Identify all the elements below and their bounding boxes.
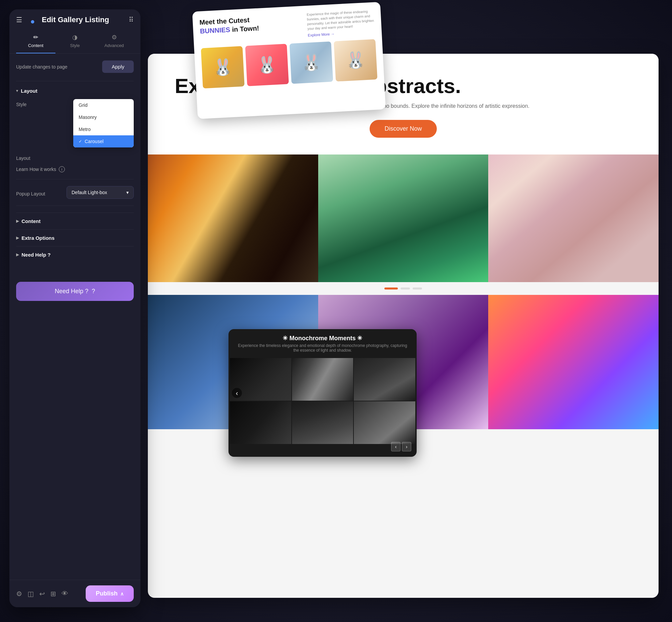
bunny-face-1: 🐰 [201, 46, 245, 88]
extra-options-header[interactable]: ▶ Extra Options [16, 235, 134, 241]
layout-arrow-icon: ▾ [16, 89, 18, 93]
style-field-row: Style Grid Masonry Metro ✓ Carousel [16, 99, 134, 147]
tab-advanced-label: Advanced [104, 43, 124, 48]
popup-layout-select[interactable]: Default Light-box ▾ [67, 186, 134, 199]
gallery-cell-6 [488, 295, 659, 429]
dropdown-option-masonry[interactable]: Masonry [73, 111, 134, 123]
sidebar-bottom-bar: ⚙ ◫ ↩ ⊞ 👁 Publish ∧ [9, 580, 140, 607]
abstract-art-warm [148, 154, 318, 282]
layout-icon[interactable]: ⊞ [51, 590, 56, 598]
history-icon[interactable]: ↩ [39, 590, 45, 598]
mono-cell-4 [230, 401, 291, 444]
explore-link[interactable]: Explore More → [308, 30, 375, 37]
tab-style-label: Style [70, 43, 80, 48]
content-section-header[interactable]: ▶ Content [16, 218, 134, 224]
settings-icon[interactable]: ⚙ [16, 590, 22, 598]
blue-dot-indicator [31, 20, 34, 24]
divider-3 [16, 206, 134, 206]
layers-icon[interactable]: ◫ [28, 590, 34, 598]
publish-button[interactable]: Publish ∧ [86, 585, 134, 602]
explore-label: Explore More → [308, 32, 335, 37]
style-field-label: Style [16, 99, 27, 107]
publish-chevron-icon: ∧ [120, 591, 124, 596]
learn-row: Learn How it works i [16, 166, 134, 172]
halfcircle-icon: ◑ [72, 34, 78, 41]
bunny-image-4: 🐰 [334, 39, 377, 81]
preview-icon[interactable]: 👁 [62, 590, 68, 597]
layout-section-title: Layout [21, 88, 37, 94]
discover-now-button[interactable]: Discover Now [370, 120, 436, 138]
mono-nav-left[interactable]: ‹ [232, 388, 242, 398]
pencil-icon: ✏ [33, 34, 38, 41]
bunny-title-part2: in Town! [232, 25, 259, 33]
bunny-title-part1: Meet the Cutest [199, 16, 250, 26]
content-arrow-icon: ▶ [16, 219, 19, 223]
bunny-face-4: 🐰 [334, 39, 377, 81]
pagination-dots [148, 282, 659, 295]
dropdown-option-metro[interactable]: Metro [73, 123, 134, 135]
layout-field-row: Layout [16, 153, 134, 161]
layout-section: ▾ Layout Style Grid Masonry Metro ✓ Caro… [16, 88, 134, 199]
extra-options-arrow-icon: ▶ [16, 236, 19, 240]
mono-cell-5 [292, 401, 354, 444]
tab-style[interactable]: ◑ Style [56, 30, 95, 54]
sidebar-title: Edit Gallery Listing [42, 15, 109, 24]
update-label: Update changes to page [16, 64, 68, 70]
mono-cell-3 [354, 358, 415, 401]
divider-2 [16, 179, 134, 179]
need-help-section: ▶ Need Help ? [16, 246, 134, 263]
layout-field-label: Layout [16, 153, 30, 161]
mono-grid [229, 358, 417, 445]
monochrome-card: ✳ Monochrome Moments ✳ Experience the ti… [229, 329, 417, 457]
popup-layout-label: Popup Layout [16, 188, 45, 197]
tab-advanced[interactable]: ⚙ Advanced [94, 30, 134, 54]
question-icon: ? [92, 288, 95, 295]
mono-next-button[interactable]: › [402, 442, 411, 451]
mono-title: ✳ Monochrome Moments ✳ [235, 335, 410, 342]
bunny-face-2: 🐰 [245, 44, 289, 86]
need-help-btn-label: Need Help ? [55, 288, 88, 295]
grid-dots-icon[interactable]: ⠿ [129, 16, 134, 24]
dropdown-option-grid[interactable]: Grid [73, 99, 134, 111]
pagination-dot-3[interactable] [413, 287, 422, 289]
abstract-art-green [318, 154, 489, 282]
need-help-button[interactable]: Need Help ? ? [16, 282, 134, 301]
bunny-images-row: 🐰 🐰 🐰 🐰 [201, 39, 378, 88]
checkmark-icon: ✓ [79, 139, 82, 144]
bunny-title: Meet the Cutest BUNNIES in Town! [199, 15, 259, 36]
learn-text[interactable]: Learn How it works [16, 167, 56, 172]
bunny-description: Experience the magic of these endearing … [307, 9, 375, 31]
sidebar-header: ☰ Edit Gallery Listing ⠿ ✏ Content ◑ Sty… [9, 9, 140, 54]
bunny-image-1: 🐰 [201, 46, 245, 88]
main-preview-card: Exploring Horizon Abstracts. Embark on a… [148, 54, 659, 598]
pagination-dot-1[interactable] [384, 287, 398, 289]
apply-button[interactable]: Apply [102, 61, 134, 73]
chevron-down-icon: ▾ [126, 190, 129, 195]
pagination-dot-2[interactable] [401, 287, 410, 289]
gallery-col-3 [488, 154, 659, 282]
bunny-header: Meet the Cutest BUNNIES in Town! Experie… [199, 9, 375, 43]
extra-options-section: ▶ Extra Options [16, 230, 134, 246]
need-help-section-label: Need Help ? [22, 252, 51, 257]
gallery-col-1 [148, 154, 318, 282]
bunny-info-area: Experience the magic of these endearing … [307, 9, 375, 37]
bunny-card: Meet the Cutest BUNNIES in Town! Experie… [192, 2, 386, 119]
update-changes-row: Update changes to page Apply [16, 61, 134, 73]
tab-content[interactable]: ✏ Content [16, 30, 56, 54]
sidebar-panel: ☰ Edit Gallery Listing ⠿ ✏ Content ◑ Sty… [9, 9, 140, 607]
mono-prev-button[interactable]: ‹ [391, 442, 401, 451]
tab-content-label: Content [28, 43, 44, 48]
sidebar-scroll-area: Update changes to page Apply ▾ Layout St… [9, 54, 140, 591]
info-icon[interactable]: i [59, 166, 65, 172]
sidebar-tabs: ✏ Content ◑ Style ⚙ Advanced [16, 30, 134, 54]
content-section-label: Content [22, 218, 41, 224]
mono-header: ✳ Monochrome Moments ✳ Experience the ti… [229, 329, 417, 358]
mono-cell-2 [292, 358, 354, 401]
publish-label: Publish [96, 590, 117, 597]
hamburger-icon[interactable]: ☰ [16, 16, 22, 24]
need-help-section-header[interactable]: ▶ Need Help ? [16, 252, 134, 257]
layout-section-header[interactable]: ▾ Layout [16, 88, 134, 94]
dropdown-option-carousel[interactable]: ✓ Carousel [73, 135, 134, 147]
abstract-art-pink [488, 154, 659, 282]
gallery-col-2 [318, 154, 489, 282]
